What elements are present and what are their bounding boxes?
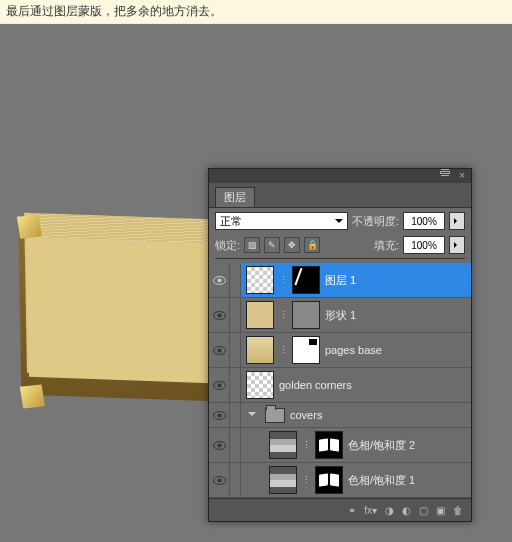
layer-row[interactable]: ⋮ 色相/饱和度 2 (209, 428, 471, 463)
svg-point-13 (217, 478, 221, 482)
visibility-toggle[interactable] (209, 333, 230, 367)
link-layers-icon[interactable]: ⚭ (348, 505, 356, 516)
link-icon: ⋮ (279, 273, 287, 287)
lock-position-icon[interactable]: ✥ (284, 237, 300, 253)
panel-footer: ⚭ fx▾ ◑ ◐ ▢ ▣ 🗑 (209, 498, 471, 521)
layer-list: ⋮ 图层 1 ⋮ 形状 1 (209, 263, 471, 498)
link-icon: ⋮ (302, 473, 310, 487)
link-icon: ⋮ (279, 343, 287, 357)
visibility-toggle[interactable] (209, 368, 230, 402)
disclosure-triangle-icon[interactable] (248, 412, 256, 420)
visibility-toggle[interactable] (209, 263, 230, 297)
layer-row[interactable]: ⋮ 图层 1 (209, 263, 471, 298)
svg-point-7 (217, 383, 221, 387)
layer-row[interactable]: ⋮ pages base (209, 333, 471, 368)
layer-name[interactable]: 色相/饱和度 1 (348, 473, 415, 488)
blend-mode-select[interactable]: 正常 (215, 212, 348, 230)
svg-point-9 (217, 413, 221, 417)
mask-thumbnail[interactable] (292, 266, 320, 294)
tab-layers[interactable]: 图层 (215, 187, 255, 207)
opacity-label: 不透明度: (352, 214, 399, 229)
opacity-flyout-icon[interactable] (449, 212, 465, 230)
fx-icon[interactable]: fx▾ (364, 505, 377, 516)
layer-group-row[interactable]: covers (209, 403, 471, 428)
visibility-toggle[interactable] (209, 428, 230, 462)
layer-thumbnail[interactable] (246, 266, 274, 294)
layer-name[interactable]: 图层 1 (325, 273, 356, 288)
adjustment-icon[interactable]: ◐ (402, 505, 411, 516)
opacity-input[interactable]: 100% (403, 212, 445, 230)
adjustment-thumbnail[interactable] (269, 431, 297, 459)
mask-thumbnail[interactable] (292, 301, 320, 329)
visibility-toggle[interactable] (209, 298, 230, 332)
fill-label: 填充: (374, 238, 399, 253)
instruction-banner: 最后通过图层蒙版，把多余的地方消去。 (0, 0, 512, 24)
lock-transparency-icon[interactable]: ▧ (244, 237, 260, 253)
group-icon[interactable]: ▢ (419, 505, 428, 516)
layer-row[interactable]: ⋮ 形状 1 (209, 298, 471, 333)
visibility-toggle[interactable] (209, 463, 230, 497)
flyout-menu-icon[interactable] (441, 172, 449, 173)
close-icon[interactable]: × (459, 170, 465, 181)
link-icon: ⋮ (302, 438, 310, 452)
layer-name[interactable]: 形状 1 (325, 308, 356, 323)
lock-pixels-icon[interactable]: ✎ (264, 237, 280, 253)
add-mask-icon[interactable]: ◑ (385, 505, 394, 516)
panel-titlebar[interactable]: × (209, 169, 471, 183)
canvas-area[interactable]: × 图层 正常 不透明度: 100% 锁定: ▧ ✎ ✥ 🔒 填充: 100% (0, 24, 512, 542)
book-artwork (18, 224, 219, 407)
mask-thumbnail[interactable] (315, 466, 343, 494)
adjustment-thumbnail[interactable] (269, 466, 297, 494)
layer-name[interactable]: pages base (325, 344, 382, 356)
svg-point-11 (217, 443, 221, 447)
layers-panel: × 图层 正常 不透明度: 100% 锁定: ▧ ✎ ✥ 🔒 填充: 100% (208, 168, 472, 522)
layer-thumbnail[interactable] (246, 301, 274, 329)
svg-point-1 (217, 278, 221, 282)
lock-all-icon[interactable]: 🔒 (304, 237, 320, 253)
lock-label: 锁定: (215, 238, 240, 253)
layer-row[interactable]: ⋮ 色相/饱和度 1 (209, 463, 471, 498)
layer-row[interactable]: golden corners (209, 368, 471, 403)
fill-flyout-icon[interactable] (449, 236, 465, 254)
layer-name[interactable]: golden corners (279, 379, 352, 391)
svg-point-5 (217, 348, 221, 352)
layer-thumbnail[interactable] (246, 371, 274, 399)
layer-name[interactable]: 色相/饱和度 2 (348, 438, 415, 453)
layer-thumbnail[interactable] (246, 336, 274, 364)
visibility-toggle[interactable] (209, 403, 230, 427)
new-layer-icon[interactable]: ▣ (436, 505, 445, 516)
layer-name[interactable]: covers (290, 409, 322, 421)
trash-icon[interactable]: 🗑 (453, 505, 463, 516)
fill-input[interactable]: 100% (403, 236, 445, 254)
link-icon: ⋮ (279, 308, 287, 322)
svg-point-3 (217, 313, 221, 317)
mask-thumbnail[interactable] (292, 336, 320, 364)
mask-thumbnail[interactable] (315, 431, 343, 459)
folder-icon (265, 408, 285, 423)
